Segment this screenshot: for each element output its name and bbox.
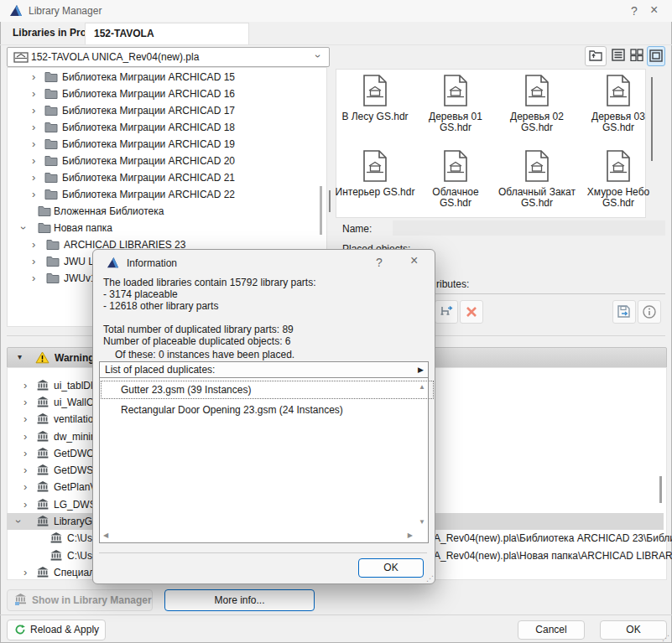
library-part-label: Облачный Закат GS.hdr bbox=[497, 187, 577, 209]
duplicates-list-header-label: List of placed duplicates: bbox=[100, 364, 215, 376]
dialog-line: - 3174 placeable bbox=[103, 288, 178, 300]
folder-icon bbox=[44, 105, 58, 116]
chevron-right-icon[interactable]: › bbox=[32, 270, 35, 287]
save-export-icon bbox=[617, 304, 632, 319]
cancel-button[interactable]: Cancel bbox=[518, 620, 585, 640]
window-resize-grip[interactable]: ⋰ bbox=[662, 634, 669, 642]
scroll-up-icon[interactable]: ▲ bbox=[419, 383, 425, 391]
dialog-line: The loaded libraries contain 15792 libra… bbox=[103, 277, 315, 288]
tree-scrollbar[interactable] bbox=[320, 186, 322, 235]
chevron-expanded-icon[interactable]: › bbox=[10, 520, 27, 523]
select-placed-objects-button[interactable] bbox=[435, 300, 458, 324]
ok-button[interactable]: OK bbox=[600, 620, 667, 640]
tree-item[interactable]: › Библиотека Миграции ARCHICAD 20 bbox=[7, 153, 324, 169]
library-part-icon bbox=[50, 532, 62, 543]
view-large-icons-button[interactable] bbox=[647, 46, 665, 66]
view-list-button[interactable] bbox=[610, 46, 627, 65]
chevron-right-icon[interactable]: › bbox=[23, 564, 27, 581]
tree-item[interactable]: › Библиотека Миграции ARCHICAD 18 bbox=[7, 119, 324, 136]
folder-icon bbox=[46, 272, 60, 283]
chevron-right-icon[interactable]: › bbox=[23, 428, 27, 445]
tree-item[interactable]: › Библиотека Миграции ARCHICAD 17 bbox=[7, 102, 324, 119]
information-dialog: Information ? × The loaded libraries con… bbox=[92, 249, 435, 584]
tree-item[interactable]: › Библиотека Миграции ARCHICAD 16 bbox=[7, 86, 324, 102]
chevron-right-icon[interactable]: › bbox=[23, 394, 27, 411]
name-field[interactable] bbox=[393, 220, 665, 236]
help-icon[interactable]: ? bbox=[631, 5, 638, 17]
library-part-item[interactable]: Облачное GS.hdr bbox=[415, 149, 496, 209]
chevron-right-icon[interactable]: › bbox=[32, 186, 35, 203]
tree-item-label: Библиотека Миграции ARCHICAD 16 bbox=[62, 86, 235, 102]
info-button[interactable] bbox=[638, 300, 661, 324]
tree-item[interactable]: › Библиотека Миграции ARCHICAD 21 bbox=[7, 169, 324, 186]
tab-pla-file[interactable]: 152-TAVOLA UNICA_Rev04(new).pla bbox=[85, 23, 249, 44]
chevron-right-icon[interactable]: › bbox=[23, 496, 27, 513]
scroll-left-icon[interactable]: ◀ bbox=[103, 532, 108, 539]
dialog-resize-grip[interactable]: ⋰ bbox=[426, 574, 433, 583]
chevron-right-icon[interactable]: › bbox=[32, 153, 35, 169]
dialog-ok-button[interactable]: OK bbox=[358, 558, 424, 578]
dialog-line: Number of placeable duplicated objects: … bbox=[103, 335, 290, 347]
library-part-item[interactable]: Хмурое Небо GS.hdr bbox=[578, 149, 659, 209]
library-part-item[interactable]: Деревья 01 GS.hdr bbox=[415, 74, 496, 133]
chevron-right-icon[interactable]: › bbox=[23, 479, 27, 495]
tree-item[interactable]: › Библиотека Миграции ARCHICAD 22 bbox=[7, 186, 324, 203]
library-manager-icon bbox=[14, 594, 27, 606]
chevron-right-icon[interactable]: › bbox=[23, 445, 27, 462]
chevron-right-icon[interactable]: › bbox=[32, 136, 35, 153]
collapse-triangle-icon[interactable]: ▾ bbox=[18, 352, 22, 361]
warnings-scrollbar[interactable] bbox=[659, 476, 662, 503]
chevron-right-icon[interactable]: › bbox=[32, 102, 35, 119]
window-title: Library Manager bbox=[29, 5, 102, 17]
chevron-right-icon[interactable]: › bbox=[32, 86, 35, 102]
folder-icon bbox=[38, 222, 51, 233]
library-part-item[interactable]: Деревья 02 GS.hdr bbox=[497, 74, 577, 133]
thumbnails-scrollbar[interactable] bbox=[651, 77, 653, 161]
chevron-right-icon[interactable]: › bbox=[32, 236, 35, 253]
folder-icon bbox=[44, 155, 58, 166]
duplicate-item[interactable]: Rectangular Door Opening 23.gsm (24 Inst… bbox=[101, 401, 434, 419]
show-in-library-manager-button[interactable]: Show in Library Manager bbox=[7, 589, 153, 611]
library-part-item[interactable]: Деревья 03 GS.hdr bbox=[578, 74, 659, 133]
library-part-label: Деревья 02 GS.hdr bbox=[497, 111, 577, 133]
scroll-down-icon[interactable]: ▼ bbox=[419, 518, 425, 526]
chevron-right-icon[interactable]: › bbox=[32, 69, 35, 86]
chevron-right-icon[interactable]: › bbox=[32, 253, 35, 270]
close-icon[interactable]: × bbox=[650, 4, 658, 16]
tree-item[interactable]: › Новая папка bbox=[7, 220, 324, 236]
chevron-right-icon[interactable]: › bbox=[23, 411, 27, 428]
duplicates-list-header[interactable]: List of placed duplicates: ▶ bbox=[99, 361, 429, 379]
tree-item[interactable]: › Библиотека Миграции ARCHICAD 19 bbox=[7, 136, 324, 153]
folder-up-button[interactable] bbox=[585, 46, 607, 66]
dialog-close-icon[interactable]: × bbox=[410, 255, 418, 267]
chevron-down-icon[interactable]: › bbox=[310, 54, 326, 58]
library-part-item[interactable]: Интерьер GS.hdr bbox=[335, 149, 415, 198]
expand-right-icon[interactable]: ▶ bbox=[418, 362, 424, 378]
refresh-icon bbox=[14, 624, 26, 635]
more-info-button[interactable]: More info... bbox=[164, 589, 315, 611]
tree-item[interactable]: › Библиотека Миграции ARCHICAD 15 bbox=[7, 69, 324, 86]
library-part-item[interactable]: В Лесу GS.hdr bbox=[335, 74, 415, 122]
library-part-item[interactable]: Облачный Закат GS.hdr bbox=[497, 149, 577, 209]
library-dropdown[interactable]: 152-TAVOLA UNICA_Rev04(new).pla › bbox=[7, 47, 330, 67]
reload-apply-button[interactable]: Reload & Apply bbox=[7, 620, 106, 640]
chevron-right-icon[interactable]: › bbox=[32, 169, 35, 186]
show-in-library-manager-label: Show in Library Manager bbox=[32, 594, 152, 606]
splitter-handle[interactable] bbox=[329, 190, 331, 212]
view-small-icons-button[interactable] bbox=[628, 46, 645, 65]
dialog-help-icon[interactable]: ? bbox=[376, 257, 383, 268]
chevron-right-icon[interactable]: › bbox=[23, 377, 27, 394]
export-button[interactable] bbox=[612, 300, 636, 324]
delete-button[interactable] bbox=[460, 300, 483, 324]
chevron-expanded-icon[interactable]: › bbox=[15, 226, 32, 230]
hdr-file-icon bbox=[524, 149, 550, 183]
library-part-icon bbox=[37, 499, 49, 510]
tree-item-label: Новая папка bbox=[54, 220, 112, 236]
chevron-right-icon[interactable]: › bbox=[23, 462, 27, 479]
chevron-right-icon[interactable]: › bbox=[32, 119, 35, 136]
duplicate-item-selected[interactable]: Gutter 23.gsm (39 Instances) bbox=[101, 381, 434, 399]
info-icon bbox=[642, 304, 657, 319]
tree-item[interactable]: Вложенная Библиотека bbox=[7, 203, 324, 220]
tree-item-label: Библиотека Миграции ARCHICAD 22 bbox=[62, 186, 235, 203]
scroll-right-icon[interactable]: ▶ bbox=[408, 532, 413, 539]
